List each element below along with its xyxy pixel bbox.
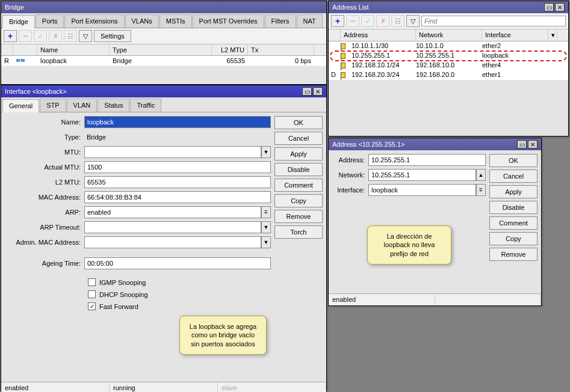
network-arrow-icon[interactable]: ▲ (476, 169, 486, 181)
address-titlebar[interactable]: Address <10.255.255.1> ▭ ✕ (329, 138, 541, 150)
mtu-arrow-icon[interactable]: ▼ (261, 146, 271, 158)
bridge-tabs: Bridge Ports Port Extensions VLANs MSTIs… (1, 13, 326, 28)
admin-mac-arrow-icon[interactable]: ▼ (261, 236, 271, 248)
status-enabled: enabled (1, 382, 110, 392)
address-icon (341, 52, 352, 60)
tab-traffic[interactable]: Traffic (130, 99, 161, 112)
col-type[interactable]: Type (110, 44, 212, 55)
col-address[interactable]: Address (341, 29, 416, 41)
arp-timeout-field[interactable] (84, 221, 261, 233)
disable-button[interactable]: ✗ (376, 15, 389, 27)
address-buttons: OK Cancel Apply Disable Comment Copy Rem… (489, 154, 537, 290)
table-row[interactable]: 10.255.255.1 10.255.255.1 loopback (329, 51, 568, 61)
tab-bridge[interactable]: Bridge (2, 15, 35, 28)
remove-button[interactable]: − (19, 30, 32, 42)
interface-titlebar[interactable]: Interface <loopback> ▭ ✕ (1, 85, 326, 97)
mtu-field[interactable] (84, 146, 261, 158)
col-name[interactable]: Name (37, 44, 110, 55)
cancel-button[interactable]: Cancel (489, 170, 537, 183)
interface-field[interactable] (368, 184, 476, 196)
name-field[interactable] (84, 116, 271, 128)
network-field[interactable] (368, 169, 476, 181)
tab-ports[interactable]: Ports (36, 14, 64, 28)
col-tx[interactable]: Tx (248, 44, 314, 55)
address-grid-body: 10.10.1.1/30 10.10.1.0 ether2 10.255.255… (329, 41, 568, 80)
table-row[interactable]: 192.168.10.1/24 192.168.10.0 ether4 (329, 61, 568, 70)
minimize-icon[interactable]: ▭ (517, 140, 527, 149)
close-icon[interactable]: ✕ (555, 3, 565, 11)
filter-button[interactable]: ▽ (79, 30, 92, 42)
find-input[interactable] (421, 16, 566, 26)
minimize-icon[interactable]: ▭ (544, 3, 554, 11)
table-row[interactable]: R loopback Bridge 65535 0 bps (1, 56, 326, 66)
settings-button[interactable]: Settings (94, 30, 131, 42)
col-network[interactable]: Network (416, 29, 482, 41)
tab-filters[interactable]: Filters (265, 14, 296, 28)
tab-vlan[interactable]: VLAN (67, 99, 98, 112)
address-icon (341, 71, 352, 79)
col-l2mtu[interactable]: L2 MTU (212, 44, 248, 55)
svg-rect-0 (16, 59, 20, 62)
columns-dropdown-icon[interactable]: ▾ (548, 29, 557, 41)
remove-button[interactable]: Remove (274, 210, 323, 223)
tab-vlans[interactable]: VLANs (125, 14, 159, 28)
enable-button[interactable]: ✓ (361, 15, 374, 27)
minimize-icon[interactable]: ▭ (302, 87, 312, 96)
table-row[interactable]: D 192.168.20.3/24 192.168.20.0 ether1 (329, 70, 568, 80)
tab-port-mst-overrides[interactable]: Port MST Overrides (193, 14, 264, 28)
add-button[interactable]: + (4, 30, 17, 42)
remove-button[interactable]: − (346, 15, 359, 27)
ok-button[interactable]: OK (489, 154, 537, 167)
col-flag[interactable] (13, 44, 37, 55)
comment-button[interactable]: ☷ (64, 30, 77, 42)
arp-timeout-arrow-icon[interactable]: ▼ (261, 221, 271, 233)
close-icon[interactable]: ✕ (528, 140, 537, 149)
enable-button[interactable]: ✓ (34, 30, 47, 42)
tab-mstis[interactable]: MSTIs (160, 14, 192, 28)
admin-mac-field[interactable] (84, 236, 261, 248)
remove-button[interactable]: Remove (489, 248, 537, 261)
fast-forward-checkbox[interactable]: ✓ (88, 302, 96, 310)
ageing-time-field[interactable] (84, 257, 271, 269)
disable-button[interactable]: ✗ (49, 30, 62, 42)
bridge-titlebar[interactable]: Bridge (1, 1, 326, 13)
copy-button[interactable]: Copy (489, 232, 537, 245)
bridge-window: Bridge Bridge Ports Port Extensions VLAN… (1, 1, 327, 85)
tab-stp[interactable]: STP (40, 99, 66, 112)
address-grid-header: Address Network Interface ▾ (329, 29, 568, 41)
igmp-checkbox[interactable] (88, 278, 96, 286)
col-interface[interactable]: Interface (482, 29, 548, 41)
comment-button[interactable]: Comment (489, 216, 537, 230)
tab-port-extensions[interactable]: Port Extensions (64, 14, 124, 28)
callout-bridge: La loopback se agrega como un bridge vac… (179, 316, 267, 355)
bridge-grid-header: Name Type L2 MTU Tx (1, 44, 326, 56)
ok-button[interactable]: OK (274, 116, 323, 129)
copy-button[interactable]: Copy (274, 194, 323, 207)
interface-dropdown-icon[interactable]: ∓ (476, 184, 486, 196)
dhcp-checkbox[interactable] (88, 290, 96, 298)
arp-dropdown-icon[interactable]: ∓ (261, 206, 271, 218)
cancel-button[interactable]: Cancel (274, 132, 323, 145)
comment-button[interactable]: Comment (274, 179, 323, 192)
apply-button[interactable]: Apply (274, 147, 323, 161)
table-row[interactable]: 10.10.1.1/30 10.10.1.0 ether2 (329, 41, 568, 51)
comment-button[interactable]: ☷ (391, 15, 404, 27)
apply-button[interactable]: Apply (489, 185, 537, 198)
torch-button[interactable]: Torch (274, 225, 323, 239)
disable-button[interactable]: Disable (489, 201, 537, 214)
bridge-icon (13, 56, 37, 66)
address-list-titlebar[interactable]: Address List ▭ ✕ (329, 1, 568, 13)
interface-buttons: OK Cancel Apply Disable Comment Copy Rem… (274, 116, 323, 378)
add-button[interactable]: + (331, 15, 344, 27)
tab-general[interactable]: General (2, 99, 39, 112)
svg-rect-1 (21, 59, 25, 62)
filter-button[interactable]: ▽ (406, 15, 420, 27)
disable-button[interactable]: Disable (274, 163, 323, 176)
address-field[interactable] (368, 154, 486, 166)
arp-field[interactable] (84, 206, 261, 218)
tab-status[interactable]: Status (98, 99, 129, 112)
tab-nat[interactable]: NAT (297, 14, 323, 28)
mac-field (84, 191, 271, 203)
close-icon[interactable]: ✕ (313, 87, 323, 96)
interface-window: Interface <loopback> ▭ ✕ General STP VLA… (1, 85, 327, 391)
